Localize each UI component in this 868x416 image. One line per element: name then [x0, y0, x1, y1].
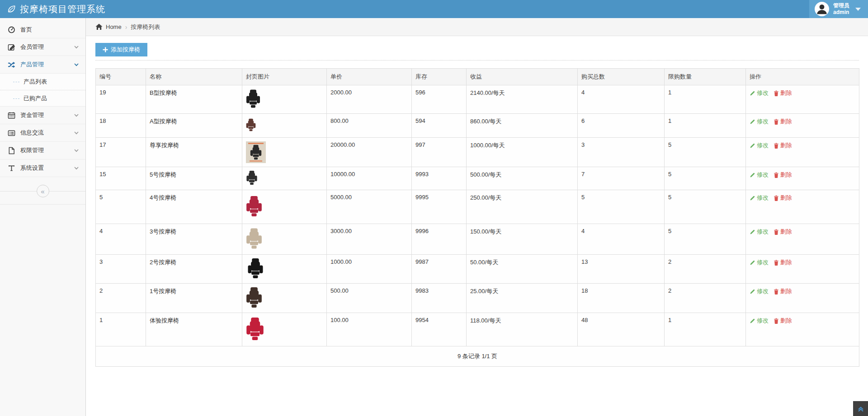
product-image — [246, 141, 266, 163]
delete-label: 删除 — [780, 194, 792, 202]
delete-link[interactable]: 删除 — [774, 171, 792, 179]
delete-link[interactable]: 删除 — [774, 117, 792, 126]
cell-actions: 修改 删除 — [746, 138, 859, 167]
cell-id: 15 — [96, 167, 146, 190]
cell-stock: 9996 — [412, 224, 467, 255]
sidebar-item-members[interactable]: 会员管理 — [0, 38, 85, 56]
delete-link[interactable]: 删除 — [774, 258, 792, 266]
cell-revenue: 50.00/每天 — [467, 255, 578, 284]
massage-chair-icon — [246, 194, 262, 219]
col-header-name: 名称 — [146, 69, 242, 85]
edit-label: 修改 — [757, 317, 769, 325]
sidebar-collapse-button[interactable]: « — [37, 185, 49, 197]
delete-link[interactable]: 删除 — [774, 194, 792, 202]
breadcrumb-current: 按摩椅列表 — [131, 23, 160, 31]
sidebar-subitem-purchased-products[interactable]: 已购产品 — [0, 90, 85, 106]
sidebar-item-label: 产品管理 — [20, 61, 44, 69]
product-image — [246, 258, 265, 278]
cell-purchases: 6 — [578, 114, 665, 138]
edit-link[interactable]: 修改 — [750, 317, 769, 325]
record-count: 9 条记录 1/1 页 — [96, 346, 859, 367]
leaf-icon — [7, 5, 16, 14]
table-footer-row: 9 条记录 1/1 页 — [96, 346, 859, 367]
cell-limit: 5 — [665, 138, 746, 167]
add-massage-chair-button[interactable]: 添加按摩椅 — [95, 43, 147, 56]
massage-chair-icon — [246, 117, 256, 132]
cell-cover — [242, 255, 327, 284]
cell-purchases: 48 — [578, 313, 665, 346]
col-header-cover: 封页图片 — [242, 69, 327, 85]
sidebar-item-permissions[interactable]: 权限管理 — [0, 142, 85, 159]
edit-link[interactable]: 修改 — [750, 194, 769, 202]
edit-link[interactable]: 修改 — [750, 228, 769, 236]
cell-cover — [242, 313, 327, 346]
trash-icon — [774, 318, 779, 324]
col-header-id: 编号 — [96, 69, 146, 85]
cell-price: 2000.00 — [327, 85, 412, 114]
text-width-icon — [8, 164, 15, 172]
delete-link[interactable]: 删除 — [774, 317, 792, 325]
edit-link[interactable]: 修改 — [750, 89, 769, 97]
delete-label: 删除 — [780, 117, 792, 126]
table-row: 3 2号按摩椅 1000.00 9987 50.00/每天 13 2 — [96, 255, 859, 284]
massage-chair-icon — [246, 287, 262, 308]
sidebar-item-label: 首页 — [20, 26, 32, 34]
cell-id: 2 — [96, 284, 146, 313]
table-row: 5 4号按摩椅 5000.00 9995 250.00/每天 5 5 — [96, 190, 859, 224]
sidebar-item-home[interactable]: 首页 — [0, 21, 85, 38]
app-title: 按摩椅项目管理系统 — [20, 3, 105, 15]
scroll-to-top-button[interactable] — [853, 401, 868, 416]
breadcrumb: Home › 按摩椅列表 — [86, 18, 868, 36]
cell-id: 17 — [96, 138, 146, 167]
sidebar-item-settings[interactable]: 系统设置 — [0, 159, 85, 177]
delete-link[interactable]: 删除 — [774, 228, 792, 236]
cell-id: 19 — [96, 85, 146, 114]
delete-link[interactable]: 删除 — [774, 287, 792, 295]
edit-link[interactable]: 修改 — [750, 171, 769, 179]
col-header-revenue: 收益 — [467, 69, 578, 85]
sidebar-item-messages[interactable]: 信息交流 — [0, 124, 85, 142]
chevron-down-icon — [74, 148, 79, 153]
cell-id: 5 — [96, 190, 146, 224]
cell-price: 800.00 — [327, 114, 412, 138]
delete-link[interactable]: 删除 — [774, 141, 792, 150]
table-row: 4 3号按摩椅 3000.00 9996 150.00/每天 4 5 — [96, 224, 859, 255]
col-header-actions: 操作 — [746, 69, 859, 85]
main-content: Home › 按摩椅列表 添加按摩椅 编号 名称 封页图片 单价 库存 收益 购… — [86, 18, 868, 416]
sidebar-item-funds[interactable]: 资金管理 — [0, 107, 85, 124]
edit-link[interactable]: 修改 — [750, 117, 769, 126]
cell-purchases: 3 — [578, 138, 665, 167]
gauge-icon — [8, 26, 15, 33]
sidebar-subitem-product-list[interactable]: 产品列表 — [0, 74, 85, 90]
breadcrumb-home-link[interactable]: Home — [95, 23, 122, 30]
cell-actions: 修改 删除 — [746, 255, 859, 284]
cell-purchases: 4 — [578, 85, 665, 114]
user-info: 管理员 admin — [833, 2, 849, 16]
cell-cover — [242, 190, 327, 224]
cell-limit: 5 — [665, 190, 746, 224]
toolbar: 添加按摩椅 — [86, 36, 868, 56]
delete-link[interactable]: 删除 — [774, 89, 792, 97]
edit-link[interactable]: 修改 — [750, 258, 769, 266]
user-menu[interactable]: 管理员 admin — [809, 0, 868, 18]
massage-chair-icon — [246, 258, 265, 278]
file-icon — [8, 147, 15, 154]
sidebar-subitem-label: 产品列表 — [24, 78, 47, 86]
product-image — [246, 117, 256, 132]
product-image — [246, 171, 258, 185]
cell-cover — [242, 138, 327, 167]
double-chevron-up-icon — [857, 405, 864, 412]
cell-stock: 9987 — [412, 255, 467, 284]
edit-link[interactable]: 修改 — [750, 141, 769, 150]
cell-name: 1号按摩椅 — [146, 284, 242, 313]
sidebar-item-products[interactable]: 产品管理 — [0, 56, 85, 74]
pencil-icon — [750, 229, 755, 235]
table-row: 18 A型按摩椅 800.00 594 860.00/每天 6 1 — [96, 114, 859, 138]
edit-link[interactable]: 修改 — [750, 287, 769, 295]
trash-icon — [774, 143, 779, 149]
cell-cover — [242, 114, 327, 138]
chevron-down-icon — [74, 165, 79, 171]
cell-purchases: 7 — [578, 167, 665, 190]
edit-label: 修改 — [757, 141, 769, 150]
cell-actions: 修改 删除 — [746, 114, 859, 138]
